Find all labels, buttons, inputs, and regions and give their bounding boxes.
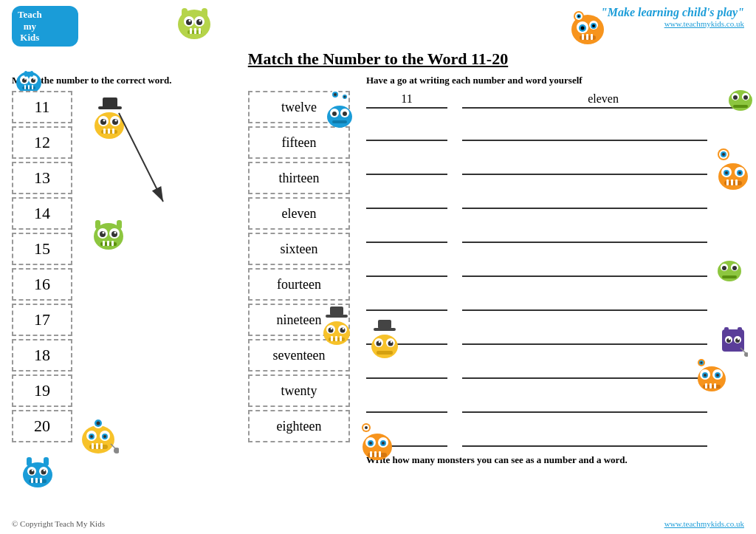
svg-rect-159	[377, 351, 393, 355]
svg-point-31	[22, 78, 27, 83]
svg-rect-105	[92, 443, 94, 449]
svg-point-22	[581, 27, 585, 30]
svg-point-118	[44, 470, 46, 472]
svg-point-200	[744, 352, 748, 357]
write-line-num-4[interactable]	[366, 213, 447, 243]
write-line-word-6[interactable]	[462, 281, 707, 311]
write-line-num-6[interactable]	[366, 281, 447, 311]
svg-rect-52	[108, 129, 110, 134]
svg-rect-27	[591, 34, 593, 40]
svg-rect-173	[709, 383, 712, 388]
word-box-sixteen: sixteen	[248, 233, 350, 265]
write-line-word-4[interactable]	[462, 213, 707, 243]
write-line-word-5[interactable]	[462, 247, 707, 277]
svg-rect-106	[96, 443, 98, 449]
svg-point-198	[738, 338, 739, 340]
number-box-16: 16	[12, 268, 72, 301]
footer: © Copyright Teach My Kids www.teachmykid…	[12, 519, 744, 528]
write-line-num-1[interactable]	[366, 112, 447, 141]
monster-blue-bottom-right	[19, 453, 56, 490]
svg-point-133	[718, 163, 748, 190]
svg-point-126	[733, 95, 738, 100]
numbers-column: 11 12 13 14 15 16 17 18 19 20	[12, 91, 78, 442]
svg-point-185	[382, 442, 385, 445]
monster-green-middle	[89, 213, 128, 253]
number-box-13: 13	[12, 162, 72, 194]
svg-rect-39	[28, 85, 30, 89]
svg-point-79	[343, 112, 347, 116]
svg-rect-12	[199, 28, 201, 34]
words-column: twelve fifteen thirteen eleven sixteen f…	[248, 91, 351, 442]
svg-point-102	[90, 435, 93, 438]
write-line-word-2[interactable]	[462, 146, 707, 175]
left-section: Match the number to the correct word. 11…	[12, 75, 351, 466]
svg-rect-37	[30, 71, 33, 77]
svg-rect-36	[24, 71, 27, 77]
website-header: www.teachmykids.co.uk	[601, 19, 744, 28]
write-line-word-10[interactable]	[462, 417, 707, 447]
matching-arrow	[115, 106, 174, 209]
word-box-thirteen: thirteen	[248, 162, 350, 194]
monster-orange-writing-bottomleft	[359, 422, 396, 462]
svg-rect-11	[194, 28, 196, 34]
write-line-num-5[interactable]	[366, 247, 447, 277]
number-box-15: 15	[12, 233, 72, 265]
number-box-18: 18	[12, 339, 72, 372]
svg-point-158	[391, 341, 393, 343]
svg-rect-128	[733, 105, 748, 108]
write-line-word-1[interactable]	[462, 112, 707, 141]
monster-green-writing-top	[726, 81, 755, 112]
write-line-num-2[interactable]	[366, 146, 447, 175]
word-box-eighteen: eighteen	[248, 410, 350, 442]
svg-point-127	[743, 95, 748, 100]
svg-rect-25	[582, 34, 584, 40]
svg-rect-55	[95, 220, 100, 229]
svg-point-48	[103, 120, 106, 122]
svg-rect-82	[326, 315, 348, 318]
write-line-word-7[interactable]	[462, 315, 707, 345]
svg-point-62	[114, 232, 117, 234]
svg-point-75	[344, 96, 346, 98]
monster-yellow-bottom-left	[78, 416, 119, 456]
write-line-num-3[interactable]	[366, 179, 447, 209]
svg-point-197	[729, 338, 730, 340]
svg-point-34	[33, 78, 35, 80]
number-box-14: 14	[12, 197, 72, 230]
svg-rect-120	[31, 478, 33, 483]
instruction-right: Have a go at writing each number and wor…	[366, 75, 744, 86]
svg-rect-192	[738, 327, 742, 333]
write-line-word-8[interactable]	[462, 349, 707, 379]
svg-point-110	[23, 462, 52, 487]
svg-point-88	[331, 328, 333, 330]
svg-rect-150	[378, 320, 391, 329]
footer-website: www.teachmykids.co.uk	[664, 519, 744, 528]
tagline: "Make learning child's play"	[601, 6, 744, 19]
main-content: Match the number to the correct word. 11…	[0, 75, 756, 466]
svg-point-148	[732, 266, 737, 270]
header: Teach my Kids "Make learning child's pla…	[0, 0, 756, 47]
write-line-word-9[interactable]	[462, 383, 707, 413]
svg-rect-107	[100, 443, 103, 449]
svg-point-138	[725, 171, 728, 174]
svg-point-61	[103, 232, 105, 234]
svg-rect-80	[332, 120, 347, 123]
svg-rect-189	[379, 451, 381, 457]
svg-rect-112	[44, 457, 49, 466]
svg-point-97	[97, 422, 100, 425]
write-line-num-9[interactable]	[366, 383, 447, 413]
write-line-word-3[interactable]	[462, 179, 707, 209]
monster-box-writing	[718, 326, 748, 359]
svg-rect-65	[107, 241, 109, 246]
header-right: "Make learning child's play" www.teachmy…	[601, 6, 744, 28]
svg-rect-121	[35, 478, 38, 483]
svg-point-89	[343, 328, 345, 330]
svg-point-179	[365, 426, 368, 429]
svg-point-83	[323, 321, 350, 345]
number-box-17: 17	[12, 304, 72, 336]
svg-rect-56	[117, 220, 122, 229]
svg-rect-122	[40, 478, 42, 483]
word-box-twenty: twenty	[248, 374, 350, 407]
svg-point-32	[31, 78, 35, 83]
monster-small-green-writing	[715, 252, 744, 283]
svg-rect-188	[374, 451, 377, 457]
